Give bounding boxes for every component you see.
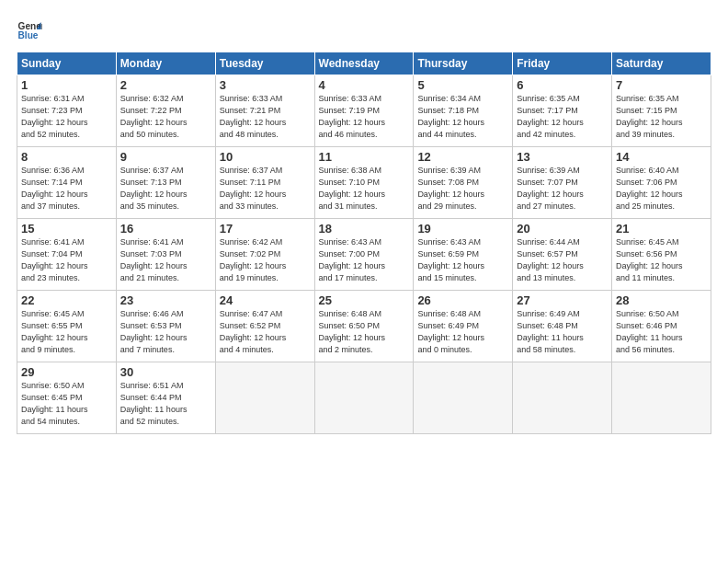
day-info: Sunrise: 6:41 AM Sunset: 7:03 PM Dayligh… — [120, 236, 211, 284]
day-number: 8 — [21, 150, 112, 164]
weekday-header-monday: Monday — [116, 52, 215, 75]
day-number: 11 — [319, 150, 410, 164]
calendar-cell: 22Sunrise: 6:45 AM Sunset: 6:55 PM Dayli… — [17, 291, 117, 362]
day-info: Sunrise: 6:37 AM Sunset: 7:13 PM Dayligh… — [120, 165, 211, 213]
day-info: Sunrise: 6:36 AM Sunset: 7:14 PM Dayligh… — [21, 165, 112, 213]
day-number: 10 — [220, 150, 311, 164]
day-number: 20 — [517, 222, 608, 236]
calendar-row: 15Sunrise: 6:41 AM Sunset: 7:04 PM Dayli… — [17, 219, 711, 291]
day-number: 15 — [21, 222, 112, 236]
day-info: Sunrise: 6:39 AM Sunset: 7:07 PM Dayligh… — [517, 165, 608, 213]
day-number: 27 — [517, 293, 608, 307]
day-number: 22 — [21, 293, 112, 307]
weekday-header-friday: Friday — [513, 52, 612, 75]
day-number: 6 — [517, 78, 608, 92]
day-number: 3 — [220, 78, 311, 92]
calendar-cell: 10Sunrise: 6:37 AM Sunset: 7:11 PM Dayli… — [215, 147, 314, 219]
day-number: 23 — [120, 293, 211, 307]
day-number: 18 — [319, 222, 410, 236]
day-number: 1 — [21, 78, 112, 92]
calendar-cell — [215, 362, 314, 434]
calendar-cell: 6Sunrise: 6:35 AM Sunset: 7:17 PM Daylig… — [513, 75, 612, 147]
calendar-cell: 9Sunrise: 6:37 AM Sunset: 7:13 PM Daylig… — [116, 147, 215, 219]
calendar-cell — [414, 362, 513, 434]
day-number: 2 — [120, 78, 211, 92]
day-info: Sunrise: 6:41 AM Sunset: 7:04 PM Dayligh… — [21, 236, 112, 284]
day-number: 13 — [517, 150, 608, 164]
calendar-cell: 19Sunrise: 6:43 AM Sunset: 6:59 PM Dayli… — [414, 219, 513, 291]
calendar-cell — [612, 362, 711, 434]
calendar-cell: 16Sunrise: 6:41 AM Sunset: 7:03 PM Dayli… — [116, 219, 215, 291]
day-info: Sunrise: 6:33 AM Sunset: 7:21 PM Dayligh… — [220, 93, 311, 141]
calendar-table: SundayMondayTuesdayWednesdayThursdayFrid… — [17, 52, 711, 434]
svg-text:Blue: Blue — [18, 30, 39, 40]
calendar-cell: 20Sunrise: 6:44 AM Sunset: 6:57 PM Dayli… — [513, 219, 612, 291]
calendar-cell: 18Sunrise: 6:43 AM Sunset: 7:00 PM Dayli… — [314, 219, 414, 291]
weekday-header-thursday: Thursday — [414, 52, 513, 75]
day-number: 24 — [220, 293, 311, 307]
day-number: 16 — [120, 222, 211, 236]
calendar-cell: 5Sunrise: 6:34 AM Sunset: 7:18 PM Daylig… — [414, 75, 513, 147]
day-info: Sunrise: 6:37 AM Sunset: 7:11 PM Dayligh… — [220, 165, 311, 213]
day-number: 17 — [220, 222, 311, 236]
day-info: Sunrise: 6:48 AM Sunset: 6:49 PM Dayligh… — [417, 308, 508, 356]
day-info: Sunrise: 6:49 AM Sunset: 6:48 PM Dayligh… — [517, 308, 608, 356]
day-info: Sunrise: 6:46 AM Sunset: 6:53 PM Dayligh… — [120, 308, 211, 356]
day-info: Sunrise: 6:40 AM Sunset: 7:06 PM Dayligh… — [616, 165, 707, 213]
day-number: 25 — [319, 293, 410, 307]
day-info: Sunrise: 6:43 AM Sunset: 7:00 PM Dayligh… — [319, 236, 410, 284]
calendar-cell: 8Sunrise: 6:36 AM Sunset: 7:14 PM Daylig… — [17, 147, 117, 219]
calendar-cell: 27Sunrise: 6:49 AM Sunset: 6:48 PM Dayli… — [513, 291, 612, 362]
day-info: Sunrise: 6:43 AM Sunset: 6:59 PM Dayligh… — [417, 236, 508, 284]
calendar-cell: 17Sunrise: 6:42 AM Sunset: 7:02 PM Dayli… — [215, 219, 314, 291]
day-number: 9 — [120, 150, 211, 164]
calendar-cell: 14Sunrise: 6:40 AM Sunset: 7:06 PM Dayli… — [612, 147, 711, 219]
calendar-cell: 26Sunrise: 6:48 AM Sunset: 6:49 PM Dayli… — [414, 291, 513, 362]
calendar-cell: 12Sunrise: 6:39 AM Sunset: 7:08 PM Dayli… — [414, 147, 513, 219]
logo-icon: General Blue — [17, 17, 42, 42]
day-info: Sunrise: 6:39 AM Sunset: 7:08 PM Dayligh… — [417, 165, 508, 213]
calendar-cell: 21Sunrise: 6:45 AM Sunset: 6:56 PM Dayli… — [612, 219, 711, 291]
calendar-cell — [513, 362, 612, 434]
calendar-cell: 4Sunrise: 6:33 AM Sunset: 7:19 PM Daylig… — [314, 75, 414, 147]
calendar-cell: 28Sunrise: 6:50 AM Sunset: 6:46 PM Dayli… — [612, 291, 711, 362]
calendar-cell: 30Sunrise: 6:51 AM Sunset: 6:44 PM Dayli… — [116, 362, 215, 434]
day-info: Sunrise: 6:35 AM Sunset: 7:15 PM Dayligh… — [616, 93, 707, 141]
weekday-header-sunday: Sunday — [17, 52, 117, 75]
calendar-cell: 11Sunrise: 6:38 AM Sunset: 7:10 PM Dayli… — [314, 147, 414, 219]
calendar-cell: 15Sunrise: 6:41 AM Sunset: 7:04 PM Dayli… — [17, 219, 117, 291]
weekday-header-tuesday: Tuesday — [215, 52, 314, 75]
calendar-header: SundayMondayTuesdayWednesdayThursdayFrid… — [17, 52, 711, 75]
calendar-row: 8Sunrise: 6:36 AM Sunset: 7:14 PM Daylig… — [17, 147, 711, 219]
day-info: Sunrise: 6:45 AM Sunset: 6:56 PM Dayligh… — [616, 236, 707, 284]
day-number: 29 — [21, 365, 112, 379]
weekday-row: SundayMondayTuesdayWednesdayThursdayFrid… — [17, 52, 711, 75]
calendar-cell: 2Sunrise: 6:32 AM Sunset: 7:22 PM Daylig… — [116, 75, 215, 147]
calendar-row: 1Sunrise: 6:31 AM Sunset: 7:23 PM Daylig… — [17, 75, 711, 147]
day-info: Sunrise: 6:33 AM Sunset: 7:19 PM Dayligh… — [319, 93, 410, 141]
day-info: Sunrise: 6:38 AM Sunset: 7:10 PM Dayligh… — [319, 165, 410, 213]
logo: General Blue — [17, 17, 46, 42]
day-info: Sunrise: 6:34 AM Sunset: 7:18 PM Dayligh… — [417, 93, 508, 141]
day-number: 12 — [417, 150, 508, 164]
header: General Blue — [17, 17, 711, 42]
day-info: Sunrise: 6:31 AM Sunset: 7:23 PM Dayligh… — [21, 93, 112, 141]
day-number: 14 — [616, 150, 707, 164]
day-number: 4 — [319, 78, 410, 92]
day-number: 21 — [616, 222, 707, 236]
day-info: Sunrise: 6:32 AM Sunset: 7:22 PM Dayligh… — [120, 93, 211, 141]
day-info: Sunrise: 6:42 AM Sunset: 7:02 PM Dayligh… — [220, 236, 311, 284]
calendar-row: 22Sunrise: 6:45 AM Sunset: 6:55 PM Dayli… — [17, 291, 711, 362]
day-number: 19 — [417, 222, 508, 236]
day-number: 5 — [417, 78, 508, 92]
day-info: Sunrise: 6:47 AM Sunset: 6:52 PM Dayligh… — [220, 308, 311, 356]
calendar-cell: 7Sunrise: 6:35 AM Sunset: 7:15 PM Daylig… — [612, 75, 711, 147]
calendar-cell — [314, 362, 414, 434]
calendar-cell: 29Sunrise: 6:50 AM Sunset: 6:45 PM Dayli… — [17, 362, 117, 434]
weekday-header-wednesday: Wednesday — [314, 52, 414, 75]
calendar-body: 1Sunrise: 6:31 AM Sunset: 7:23 PM Daylig… — [17, 75, 711, 434]
calendar-cell: 25Sunrise: 6:48 AM Sunset: 6:50 PM Dayli… — [314, 291, 414, 362]
calendar-cell: 23Sunrise: 6:46 AM Sunset: 6:53 PM Dayli… — [116, 291, 215, 362]
day-number: 26 — [417, 293, 508, 307]
day-info: Sunrise: 6:45 AM Sunset: 6:55 PM Dayligh… — [21, 308, 112, 356]
